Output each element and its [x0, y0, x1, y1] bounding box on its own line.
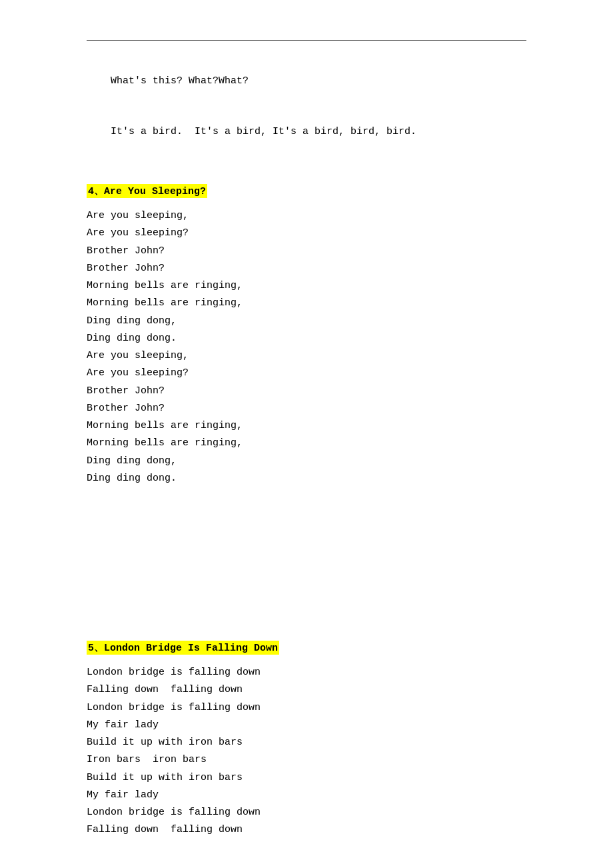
section-5: 5、London Bridge Is Falling Down London b… [87, 641, 526, 839]
section-4: 4、Are You Sleeping? Are you sleeping, Ar… [87, 184, 526, 487]
page: What's this? What?What? It's a bird. It'… [0, 0, 613, 868]
top-divider [87, 40, 526, 41]
spacer [87, 507, 526, 641]
section-4-title: 4、Are You Sleeping? [87, 184, 207, 198]
intro-line2: It's a bird. It's a bird, It's a bird, b… [111, 126, 416, 137]
section-5-title: 5、London Bridge Is Falling Down [87, 641, 279, 655]
intro-text: What's this? What?What? It's a bird. It'… [87, 55, 526, 157]
section-4-lyrics: Are you sleeping, Are you sleeping? Brot… [87, 207, 526, 487]
intro-line1: What's this? What?What? [111, 75, 249, 87]
section-5-lyrics: London bridge is falling down Falling do… [87, 664, 526, 839]
